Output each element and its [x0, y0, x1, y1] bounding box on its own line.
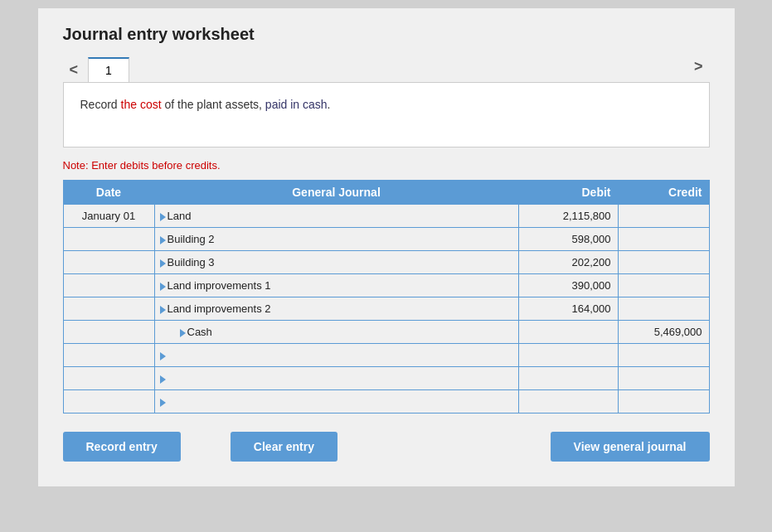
cell-debit[interactable]: [518, 344, 618, 367]
cell-credit[interactable]: 5,469,000: [618, 321, 709, 344]
cell-date: [63, 274, 154, 297]
cell-debit[interactable]: 202,200: [518, 251, 618, 274]
prev-arrow[interactable]: <: [63, 58, 85, 82]
row-triangle-icon: [160, 306, 166, 314]
row-triangle-icon: [160, 375, 166, 384]
table-row: Land improvements 1390,000: [63, 274, 709, 297]
row-triangle-icon: [180, 329, 186, 337]
table-row: [63, 344, 709, 367]
cell-account[interactable]: [154, 344, 518, 367]
col-header-date: Date: [63, 181, 154, 205]
cell-account[interactable]: Building 3: [154, 251, 518, 274]
cell-credit[interactable]: [618, 228, 709, 251]
cell-date: [63, 367, 154, 390]
cell-account[interactable]: [154, 390, 518, 414]
row-triangle-icon: [160, 283, 166, 291]
cell-debit[interactable]: 2,115,800: [518, 205, 618, 228]
table-row: Cash5,469,000: [63, 321, 709, 344]
tab-navigation: < 1 >: [63, 57, 710, 82]
cell-date: [63, 297, 154, 321]
col-header-debit: Debit: [518, 181, 618, 205]
row-triangle-icon: [160, 352, 166, 360]
main-container: Journal entry worksheet < 1 > Record the…: [38, 8, 735, 486]
clear-entry-button[interactable]: Clear entry: [231, 432, 337, 462]
table-row: Building 2598,000: [63, 228, 709, 251]
cell-account[interactable]: Land: [154, 205, 518, 228]
table-row: [63, 367, 709, 390]
cell-debit[interactable]: [518, 390, 618, 414]
cell-account[interactable]: Cash: [154, 321, 518, 344]
note-text: Note: Enter debits before credits.: [63, 159, 710, 172]
instruction-box: Record the cost of the plant assets, pai…: [63, 82, 710, 148]
cell-debit[interactable]: 390,000: [518, 274, 618, 297]
button-row: Record entry Clear entry View general jo…: [63, 432, 710, 462]
cell-date: January 01: [63, 205, 154, 228]
col-header-journal: General Journal: [154, 181, 518, 205]
cell-credit[interactable]: [618, 251, 709, 274]
cell-date: [63, 251, 154, 274]
row-triangle-icon: [160, 259, 166, 268]
cell-credit[interactable]: [618, 390, 709, 414]
journal-table: Date General Journal Debit Credit Januar…: [63, 180, 710, 414]
row-triangle-icon: [160, 236, 166, 244]
cell-debit[interactable]: [518, 367, 618, 390]
page-title: Journal entry worksheet: [63, 25, 710, 44]
cell-account[interactable]: Land improvements 1: [154, 274, 518, 297]
cell-credit[interactable]: [618, 367, 709, 390]
row-triangle-icon: [160, 399, 166, 407]
cell-debit[interactable]: 598,000: [518, 228, 618, 251]
view-general-journal-button[interactable]: View general journal: [551, 432, 710, 462]
cell-account[interactable]: Land improvements 2: [154, 297, 518, 321]
cell-date: [63, 344, 154, 367]
cell-date: [63, 390, 154, 414]
cell-credit[interactable]: [618, 297, 709, 321]
cell-credit[interactable]: [618, 205, 709, 228]
table-row: Building 3202,200: [63, 251, 709, 274]
cell-debit[interactable]: [518, 321, 618, 344]
cell-date: [63, 228, 154, 251]
record-entry-button[interactable]: Record entry: [63, 432, 181, 462]
tab-1[interactable]: 1: [88, 57, 129, 82]
cell-account[interactable]: Building 2: [154, 228, 518, 251]
cell-debit[interactable]: 164,000: [518, 297, 618, 321]
table-row: January 01Land2,115,800: [63, 205, 709, 228]
cell-credit[interactable]: [618, 274, 709, 297]
table-row: [63, 390, 709, 414]
cell-account[interactable]: [154, 367, 518, 390]
row-triangle-icon: [160, 213, 166, 221]
cell-date: [63, 321, 154, 344]
cell-credit[interactable]: [618, 344, 709, 367]
next-arrow[interactable]: >: [687, 55, 710, 79]
table-row: Land improvements 2164,000: [63, 297, 709, 321]
col-header-credit: Credit: [618, 181, 709, 205]
